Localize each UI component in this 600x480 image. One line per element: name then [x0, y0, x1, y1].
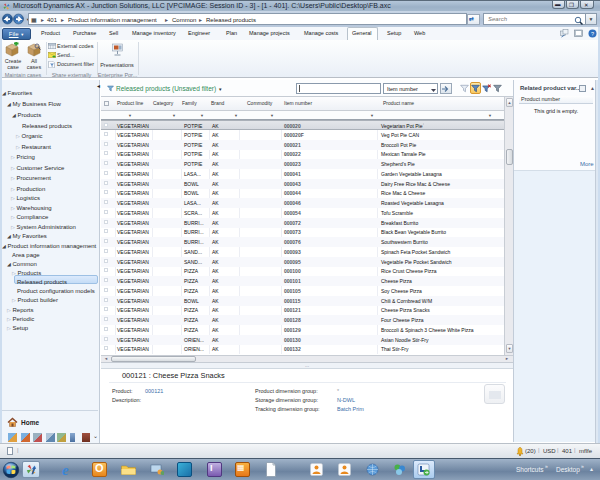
svg-text:?: ?: [591, 31, 594, 37]
